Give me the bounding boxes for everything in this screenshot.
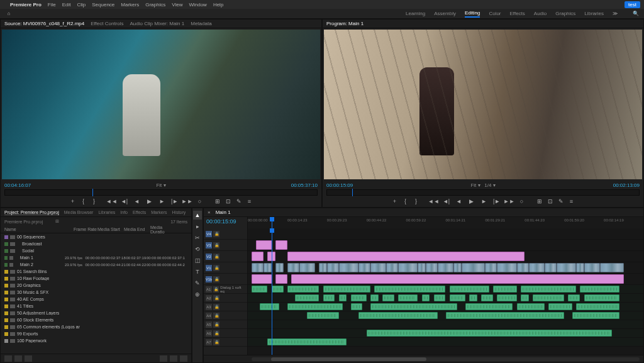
program-resolution-dropdown[interactable]: 1/4 xyxy=(484,182,491,188)
audio-clip[interactable] xyxy=(481,294,493,301)
track-header[interactable]: V4🔒 xyxy=(204,228,247,240)
timeline-playhead-line[interactable] xyxy=(272,228,272,355)
audio-clip[interactable] xyxy=(295,294,319,301)
track-header[interactable]: V2🔒 xyxy=(204,251,247,262)
source-play-reverse-icon[interactable]: ◄ xyxy=(133,197,142,206)
video-clip[interactable] xyxy=(291,274,623,284)
audio-clip[interactable] xyxy=(521,294,529,301)
col-media-dur[interactable]: Media Duratio xyxy=(150,225,177,234)
menu-markers[interactable]: Markers xyxy=(121,2,139,8)
audio-clip[interactable] xyxy=(548,303,572,310)
program-play-forward-icon[interactable]: ► xyxy=(480,197,489,206)
video-clip[interactable] xyxy=(252,252,264,261)
razor-tool-icon[interactable]: ⟲ xyxy=(193,245,202,254)
tab-history[interactable]: History xyxy=(172,210,186,215)
workspace-color[interactable]: Color xyxy=(489,11,501,16)
program-mark-in-icon[interactable]: { xyxy=(401,197,410,206)
track-target-toggle[interactable]: A7 xyxy=(206,339,212,345)
workspace-assembly[interactable]: Assembly xyxy=(434,11,456,16)
project-row[interactable]: Main 123.976 fps00:00:00:0000:02:37:1800… xyxy=(1,254,191,261)
audio-clip[interactable] xyxy=(382,294,394,301)
project-row[interactable]: 99 Exports xyxy=(1,330,191,337)
program-play-reverse-icon[interactable]: ◄ xyxy=(455,197,464,206)
video-clip[interactable] xyxy=(370,263,386,272)
video-clip[interactable] xyxy=(453,263,462,272)
source-in-timecode[interactable]: 00:04:16:07 xyxy=(4,182,31,188)
video-clip[interactable] xyxy=(339,263,358,272)
source-viewport[interactable] xyxy=(2,30,320,179)
source-step-fwd-icon[interactable]: |► xyxy=(170,197,179,206)
program-loop-icon[interactable]: ○ xyxy=(518,197,526,206)
slip-tool-icon[interactable]: ◫ xyxy=(193,256,202,265)
track-lock-icon[interactable]: 🔒 xyxy=(213,242,219,249)
source-add-marker-icon[interactable]: + xyxy=(69,197,77,206)
video-clip[interactable] xyxy=(275,274,287,284)
selection-tool-icon[interactable]: ▲ xyxy=(193,211,202,220)
project-bin-dropdown[interactable]: ⊞ xyxy=(55,219,59,224)
track-target-toggle[interactable]: A3 xyxy=(206,304,212,310)
program-scrubber[interactable] xyxy=(326,189,640,196)
col-media-end[interactable]: Media End xyxy=(124,227,150,232)
user-badge[interactable]: test xyxy=(625,1,640,8)
track-lock-icon[interactable]: 🔒 xyxy=(213,276,219,282)
audio-clip[interactable] xyxy=(493,286,517,293)
project-row[interactable]: 00 Sequences xyxy=(1,233,191,240)
tab-source-clip[interactable]: Source: MVI00976_c048_f_R2.mp4 xyxy=(4,21,84,26)
project-row[interactable]: 100 Paperwork xyxy=(1,337,191,344)
project-row[interactable]: Broadcast xyxy=(1,240,191,247)
col-name[interactable]: Name xyxy=(4,227,74,232)
workspace-overflow-icon[interactable]: ≫ xyxy=(613,11,618,16)
icon-view-icon[interactable] xyxy=(14,355,22,362)
track-lock-icon[interactable]: 🔒 xyxy=(213,295,219,301)
video-clip[interactable] xyxy=(485,263,497,272)
program-in-timecode[interactable]: 00:00:15:09 xyxy=(326,182,353,188)
source-play-icon[interactable]: ▶ xyxy=(145,197,154,206)
track-header[interactable]: A3🔒 xyxy=(204,303,247,311)
menu-view[interactable]: View xyxy=(172,2,182,8)
source-export-frame-icon[interactable]: ✎ xyxy=(235,197,243,206)
video-clip[interactable] xyxy=(418,263,426,272)
program-viewport[interactable] xyxy=(324,30,642,179)
project-row[interactable]: 30 Music & SFX xyxy=(1,289,191,296)
project-list[interactable]: 00 SequencesBroadcastSocialMain 123.976 … xyxy=(1,233,191,354)
menu-file[interactable]: File xyxy=(48,2,56,8)
audio-clip[interactable] xyxy=(287,286,319,293)
menu-window[interactable]: Window xyxy=(189,2,206,8)
track-lane[interactable] xyxy=(248,228,643,240)
video-clip[interactable] xyxy=(327,263,339,272)
audio-clip[interactable] xyxy=(572,312,619,319)
source-mark-in-icon[interactable]: { xyxy=(79,197,88,206)
project-row[interactable]: 41 Titles xyxy=(1,303,191,310)
track-target-toggle[interactable]: V4 xyxy=(206,231,212,237)
program-play-icon[interactable]: ▶ xyxy=(467,197,476,206)
audio-clip[interactable] xyxy=(584,294,620,301)
track-lane[interactable] xyxy=(248,285,643,294)
audio-clip[interactable] xyxy=(374,286,445,293)
video-clip[interactable] xyxy=(319,263,327,272)
audio-clip[interactable] xyxy=(517,303,545,310)
audio-clip[interactable] xyxy=(370,303,457,310)
type-tool-icon[interactable]: ⊕ xyxy=(193,290,202,299)
workspace-graphics[interactable]: Graphics xyxy=(555,11,575,16)
col-framerate[interactable]: Frame Rate xyxy=(74,227,97,232)
new-item-icon[interactable] xyxy=(170,355,177,362)
tab-libraries[interactable]: Libraries xyxy=(98,210,115,215)
video-clip[interactable] xyxy=(398,263,418,272)
source-goto-out-icon[interactable]: ►► xyxy=(183,197,192,206)
trash-icon[interactable] xyxy=(180,355,187,362)
video-clip[interactable] xyxy=(517,263,529,272)
workspace-libraries[interactable]: Libraries xyxy=(584,11,604,16)
track-lock-icon[interactable]: 🔒 xyxy=(213,286,219,293)
source-scrubber[interactable] xyxy=(4,189,318,196)
source-goto-in-icon[interactable]: ◄◄ xyxy=(108,197,116,206)
track-select-tool-icon[interactable]: ▸ xyxy=(193,222,202,231)
audio-clip[interactable] xyxy=(367,330,612,337)
track-target-toggle[interactable]: V1b xyxy=(206,276,212,282)
zoom-scrollbar-thumb[interactable] xyxy=(271,357,426,361)
track-header[interactable]: A4🔒 xyxy=(204,311,247,320)
project-row[interactable]: 50 Adjustment Layers xyxy=(1,310,191,316)
track-header[interactable]: A7🔒 xyxy=(204,338,247,347)
program-extract-icon[interactable]: ⊡ xyxy=(546,197,555,206)
program-goto-out-icon[interactable]: ►► xyxy=(505,197,514,206)
video-clip[interactable] xyxy=(462,263,486,272)
